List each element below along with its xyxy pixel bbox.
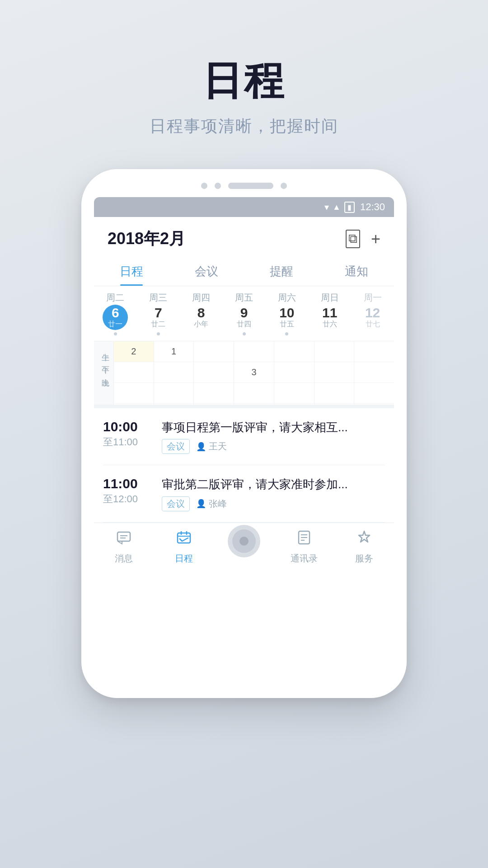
nav-label-message: 消息 [115, 552, 133, 565]
day-num-5: 11 廿六 [317, 305, 343, 330]
app-header: 2018年2月 ⧉ + [94, 217, 394, 255]
page-title: 日程 [150, 54, 338, 108]
time-labels: 上午 下午 晚上 [94, 341, 114, 405]
app-tabs: 日程 会议 提醒 通知 [94, 255, 394, 286]
day-dot-4 [285, 332, 288, 335]
days-row: 周二 6 廿一 周三 7 廿二 [94, 292, 394, 335]
grid-cell-5-0 [314, 341, 354, 362]
grid-cell-0-2 [114, 383, 154, 404]
grid-col-2 [194, 341, 234, 405]
nav-item-contacts[interactable]: 通讯录 [274, 529, 334, 569]
grid-body: 2 1 [114, 341, 394, 405]
event-details-1: 审批第二版评审，请大家准时参加... 会议 👤 张峰 [162, 476, 385, 511]
day-cell-5[interactable]: 周日 11 廿六 [308, 292, 351, 335]
calendar-days: 周二 6 廿一 周三 7 廿二 [94, 286, 394, 341]
grid-cell-5-1 [314, 362, 354, 383]
tab-notification[interactable]: 通知 [319, 255, 394, 286]
grid-cell-0-0: 2 [114, 341, 154, 362]
contacts-icon [296, 529, 312, 550]
event-item-0[interactable]: 10:00 至11:00 事项日程第一版评审，请大家相互... 会议 👤 王天 [103, 408, 385, 465]
speaker [228, 183, 273, 189]
event-item-1[interactable]: 11:00 至12:00 审批第二版评审，请大家准时参加... 会议 👤 张峰 [103, 465, 385, 522]
nav-label-contacts: 通讯录 [291, 552, 318, 565]
day-name-6: 周一 [364, 292, 382, 304]
day-cell-4[interactable]: 周六 10 廿五 [265, 292, 308, 335]
nav-item-service[interactable]: 服务 [334, 529, 394, 569]
day-num-3: 9 廿四 [231, 305, 257, 330]
grid-cell-5-2 [314, 383, 354, 404]
day-name-1: 周三 [149, 292, 167, 304]
grid-cell-3-1: 3 [234, 362, 274, 383]
grid-col-3: 3 [234, 341, 274, 405]
grid-cell-4-1 [274, 362, 314, 383]
grid-cell-4-0 [274, 341, 314, 362]
tab-reminder[interactable]: 提醒 [244, 255, 319, 286]
tab-schedule[interactable]: 日程 [94, 255, 169, 286]
grid-cell-6-2 [354, 383, 394, 404]
dot-1 [201, 183, 207, 189]
day-num-2: 8 小年 [188, 305, 214, 330]
day-num-6: 12 廿七 [360, 305, 385, 330]
grid-cell-3-2 [234, 383, 274, 404]
day-cell-2[interactable]: 周四 8 小年 [180, 292, 223, 335]
nav-item-schedule[interactable]: 日程 [154, 529, 214, 569]
day-num-1: 7 廿二 [145, 305, 171, 330]
center-inner [232, 529, 256, 553]
grid-cell-2-1 [194, 362, 234, 383]
grid-col-4 [274, 341, 314, 405]
center-button[interactable] [228, 525, 260, 557]
grid-col-5 [314, 341, 355, 405]
day-cell-6[interactable]: 周一 12 廿七 [351, 292, 394, 335]
event-list: 10:00 至11:00 事项日程第一版评审，请大家相互... 会议 👤 王天 [94, 405, 394, 523]
grid-cell-1-1 [154, 362, 194, 383]
day-cell-0[interactable]: 周二 6 廿一 [94, 292, 137, 335]
phone-screen: ▾ ▲ ▮ 12:30 2018年2月 ⧉ + 日程 会议 [94, 197, 394, 685]
event-time-1: 11:00 至12:00 [103, 476, 153, 506]
grid-cell-0-1 [114, 362, 154, 383]
day-num-4: 10 廿五 [274, 305, 300, 330]
grid-cell-1-0: 1 [154, 341, 194, 362]
bottom-nav: 消息 日程 [94, 523, 394, 577]
grid-cell-3-0 [234, 341, 274, 362]
grid-cell-2-2 [194, 383, 234, 404]
grid-cell-6-1 [354, 362, 394, 383]
dot-3 [281, 183, 287, 189]
nav-item-center[interactable] [214, 529, 274, 569]
add-icon[interactable]: + [371, 230, 380, 249]
day-dot-3 [243, 332, 246, 335]
time-label-evening: 晚上 [94, 367, 113, 379]
grid-cell-4-2 [274, 383, 314, 404]
nav-item-message[interactable]: 消息 [94, 529, 154, 569]
app-header-title: 2018年2月 [108, 228, 185, 250]
grid-col-1: 1 [154, 341, 194, 405]
phone-top-indicators [94, 183, 394, 189]
day-cell-1[interactable]: 周三 7 廿二 [137, 292, 180, 335]
event-person-0: 👤 王天 [196, 440, 227, 453]
time-label-afternoon: 下午 [94, 354, 113, 367]
wifi-icon: ▾ [324, 202, 329, 212]
event-person-1: 👤 张峰 [196, 498, 227, 510]
grid-cell-2-0 [194, 341, 234, 362]
day-num-0: 6 廿一 [103, 305, 128, 330]
copy-icon[interactable]: ⧉ [346, 230, 360, 248]
status-time: 12:30 [360, 201, 385, 213]
service-icon [356, 529, 372, 550]
phone-mockup: ▾ ▲ ▮ 12:30 2018年2月 ⧉ + 日程 会议 [81, 169, 407, 698]
day-name-0: 周二 [106, 292, 124, 304]
day-dot-1 [157, 332, 160, 335]
person-icon-1: 👤 [196, 499, 206, 509]
page-subtitle: 日程事项清晰，把握时间 [150, 115, 338, 137]
day-name-2: 周四 [192, 292, 210, 304]
nav-label-service: 服务 [355, 552, 373, 565]
app-header-actions: ⧉ + [346, 230, 380, 249]
center-dot [239, 537, 249, 546]
day-name-5: 周日 [321, 292, 339, 304]
grid-cell-6-0 [354, 341, 394, 362]
battery-icon: ▮ [344, 202, 355, 213]
time-label-morning: 上午 [94, 341, 113, 354]
tab-meeting[interactable]: 会议 [169, 255, 244, 286]
person-icon-0: 👤 [196, 442, 206, 452]
dot-2 [215, 183, 221, 189]
event-time-0: 10:00 至11:00 [103, 419, 153, 449]
day-cell-3[interactable]: 周五 9 廿四 [223, 292, 266, 335]
